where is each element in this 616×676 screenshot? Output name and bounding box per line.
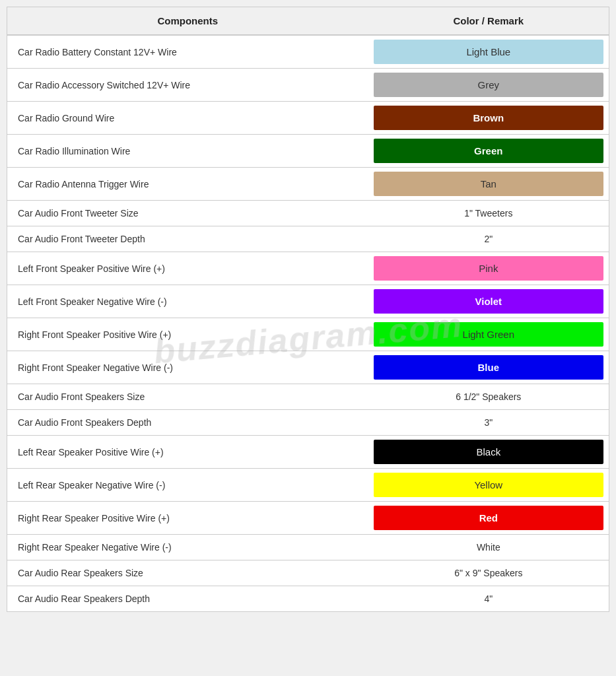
component-cell: Car Audio Rear Speakers Depth [7,586,368,612]
color-cell-container: Black [368,436,609,469]
component-cell: Car Radio Illumination Wire [7,135,368,168]
table-row: Car Radio Illumination WireGreen [7,135,609,168]
table-row: Left Front Speaker Positive Wire (+)Pink [7,252,609,285]
table-row: Car Audio Front Speakers Depth3" [7,410,609,436]
color-cell-container: Pink [368,252,609,285]
table-row: Car Audio Front Tweeter Depth2" [7,226,609,252]
color-swatch: Yellow [374,473,603,497]
table-row: Car Audio Rear Speakers Size6" x 9" Spea… [7,560,609,586]
table-row: Right Rear Speaker Negative Wire (-)Whit… [7,535,609,560]
color-swatch: Brown [374,106,603,130]
table-row: Car Radio Ground WireBrown [7,102,609,135]
color-cell-container: 6 1/2" Speakers [368,384,609,410]
color-swatch: Grey [374,73,603,97]
color-cell-container: 3" [368,410,609,436]
table-row: Car Radio Antenna Trigger WireTan [7,168,609,201]
component-cell: Left Rear Speaker Positive Wire (+) [7,436,368,469]
color-cell-container: Light Blue [368,35,609,69]
color-cell-container: Green [368,135,609,168]
color-swatch: Tan [374,172,603,196]
components-header: Components [7,7,368,35]
color-swatch: Light Blue [374,40,603,64]
table-row: Left Front Speaker Negative Wire (-)Viol… [7,285,609,318]
component-cell: Car Radio Battery Constant 12V+ Wire [7,35,368,69]
color-swatch: Pink [374,256,603,281]
component-cell: Car Radio Ground Wire [7,102,368,135]
color-cell-container: Yellow [368,469,609,502]
color-cell-container: Brown [368,102,609,135]
component-cell: Right Rear Speaker Positive Wire (+) [7,502,368,535]
color-cell-container: Violet [368,285,609,318]
color-cell-container: 2" [368,226,609,252]
table-row: Left Rear Speaker Positive Wire (+)Black [7,436,609,469]
color-swatch: Green [374,139,603,163]
component-cell: Right Rear Speaker Negative Wire (-) [7,535,368,560]
color-cell-container: Red [368,502,609,535]
component-cell: Car Audio Front Speakers Size [7,384,368,410]
component-cell: Car Audio Front Tweeter Depth [7,226,368,252]
table-row: Car Radio Accessory Switched 12V+ WireGr… [7,69,609,102]
color-cell-container: Light Green [368,318,609,351]
component-cell: Right Front Speaker Negative Wire (-) [7,351,368,384]
table-row: Right Front Speaker Positive Wire (+)Lig… [7,318,609,351]
color-cell-container: Tan [368,168,609,201]
color-cell-container: 6" x 9" Speakers [368,560,609,586]
color-swatch: Blue [374,355,603,380]
table-row: Car Radio Battery Constant 12V+ WireLigh… [7,35,609,69]
color-remark-header: Color / Remark [368,7,609,35]
color-swatch: Black [374,440,603,464]
component-cell: Car Radio Accessory Switched 12V+ Wire [7,69,368,102]
component-cell: Left Front Speaker Negative Wire (-) [7,285,368,318]
color-cell-container: 4" [368,586,609,612]
table-row: Car Audio Front Tweeter Size1" Tweeters [7,201,609,226]
table-row: Right Front Speaker Negative Wire (-)Blu… [7,351,609,384]
color-cell-container: Blue [368,351,609,384]
wiring-table: Components Color / Remark Car Radio Batt… [7,7,609,611]
color-swatch: Red [374,506,603,530]
component-cell: Car Audio Front Tweeter Size [7,201,368,226]
table-row: Right Rear Speaker Positive Wire (+)Red [7,502,609,535]
color-cell-container: 1" Tweeters [368,201,609,226]
color-cell-container: Grey [368,69,609,102]
component-cell: Car Audio Front Speakers Depth [7,410,368,436]
color-swatch: Light Green [374,322,603,347]
main-table-container: buzzdiagram.com Components Color / Remar… [7,7,609,612]
color-swatch: Violet [374,289,603,314]
table-row: Car Audio Front Speakers Size6 1/2" Spea… [7,384,609,410]
table-row: Left Rear Speaker Negative Wire (-)Yello… [7,469,609,502]
component-cell: Right Front Speaker Positive Wire (+) [7,318,368,351]
component-cell: Car Radio Antenna Trigger Wire [7,168,368,201]
table-header-row: Components Color / Remark [7,7,609,35]
table-row: Car Audio Rear Speakers Depth4" [7,586,609,612]
component-cell: Car Audio Rear Speakers Size [7,560,368,586]
color-cell-container: White [368,535,609,560]
component-cell: Left Front Speaker Positive Wire (+) [7,252,368,285]
component-cell: Left Rear Speaker Negative Wire (-) [7,469,368,502]
